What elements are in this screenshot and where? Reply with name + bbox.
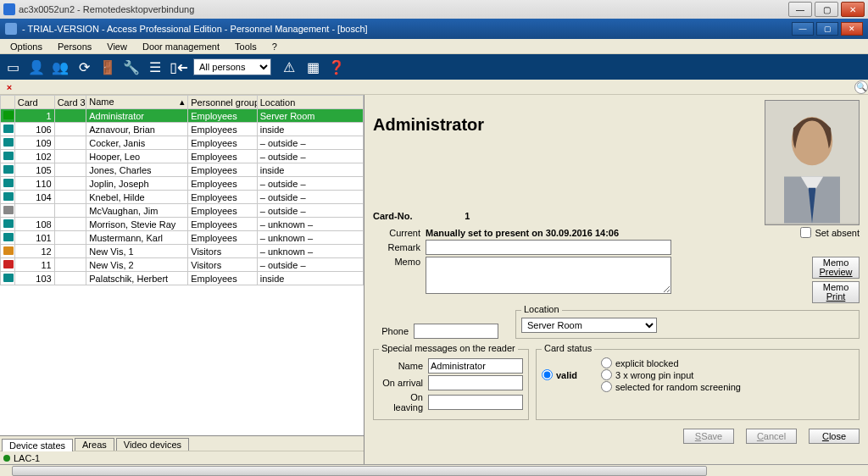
rdp-maximize-button[interactable] — [815, 2, 838, 17]
table-row[interactable]: 108Morrison, Stevie RayEmployees– unknow… — [1, 218, 364, 231]
set-absent-text: Set absent — [815, 228, 860, 238]
menu-persons[interactable]: Persons — [51, 41, 98, 53]
add-person-icon[interactable]: 👤 — [27, 58, 46, 76]
table-row[interactable]: 104Knebel, HildeEmployees– outside – — [1, 191, 364, 204]
status-ok-icon — [3, 455, 10, 462]
grid-icon[interactable]: ▦ — [303, 58, 322, 76]
reader-name-input[interactable] — [428, 358, 523, 374]
col-name-header[interactable]: Name ▴ — [86, 96, 188, 109]
table-row[interactable]: 110Joplin, JosephEmployees– outside – — [1, 177, 364, 191]
database-icon[interactable]: ☰ — [146, 58, 164, 76]
search-icon[interactable]: 🔍 — [854, 80, 868, 94]
tab-areas[interactable]: Areas — [75, 438, 114, 451]
remark-label: Remark — [373, 242, 426, 252]
menu-options[interactable]: Options — [3, 41, 49, 53]
filter-dropdown[interactable]: All persons — [193, 58, 271, 75]
status-3wrong-radio[interactable]: 3 x wrong pin input — [601, 369, 741, 380]
person-table[interactable]: Card Card 3 Name ▴ Personnel group Locat… — [0, 95, 364, 285]
toolbar: ▭ 👤 👥 ⟳ 🚪 🔧 ☰ ➜▯ All persons ⚠ ▦ ❓ — [0, 54, 868, 80]
status-text: LAC-1 — [14, 453, 40, 463]
table-row[interactable]: 101Mustermann, KarlEmployees– unknown – — [1, 231, 364, 245]
menu-view[interactable]: View — [100, 41, 134, 53]
phone-input[interactable] — [414, 324, 498, 339]
person-list-panel: Card Card 3 Name ▴ Personnel group Locat… — [0, 95, 364, 464]
memo-print-button[interactable]: MemoPrint — [812, 281, 860, 303]
table-row[interactable]: 106Aznavour, BrianEmployeesinside — [1, 123, 364, 136]
row-marker-icon — [3, 125, 14, 133]
app-icon — [5, 23, 17, 35]
location-legend: Location — [521, 304, 562, 314]
col-marker-header[interactable] — [1, 96, 15, 109]
set-absent-input[interactable] — [800, 227, 811, 238]
row-marker-icon — [3, 274, 14, 282]
row-marker-icon — [3, 219, 14, 228]
person-photo[interactable] — [765, 100, 860, 225]
cardno-label: Card-No. — [373, 211, 412, 221]
table-row[interactable]: 102Hooper, LeoEmployees– outside – — [1, 150, 364, 163]
app-close-button[interactable] — [841, 22, 863, 36]
rdp-titlebar: ac3x0052un2 - Remotedesktopverbindung — [0, 0, 868, 19]
tab-video[interactable]: Video devices — [116, 438, 189, 451]
close-tab-icon[interactable]: × — [3, 82, 15, 92]
reader-name-label: Name — [379, 361, 428, 371]
close-button[interactable]: CloseClose — [809, 429, 860, 444]
remark-input[interactable] — [426, 240, 671, 255]
col-card3-header[interactable]: Card 3 — [54, 96, 86, 109]
door-icon[interactable]: 🚪 — [98, 58, 117, 76]
set-absent-checkbox[interactable]: Set absent — [800, 227, 860, 238]
col-loc-header[interactable]: Location — [257, 96, 363, 109]
row-marker-icon — [3, 192, 14, 201]
row-marker-icon — [3, 152, 14, 160]
location-select[interactable]: Server Room — [521, 318, 657, 333]
detail-name: Administrator — [373, 115, 484, 135]
save-button[interactable]: SSaveSave — [683, 429, 734, 444]
table-row[interactable]: 103Palatschik, HerbertEmployeesinside — [1, 272, 364, 285]
table-row[interactable]: 11New Vis, 2Visitors– outside – — [1, 258, 364, 272]
rdp-minimize-button[interactable] — [788, 2, 812, 17]
refresh-icon[interactable]: ⟳ — [75, 58, 93, 76]
app-minimize-button[interactable] — [792, 22, 814, 36]
table-row[interactable]: 109Cocker, JanisEmployees– outside – — [1, 136, 364, 150]
current-label: Current — [373, 228, 426, 238]
col-group-header[interactable]: Personnel group — [188, 96, 257, 109]
rdp-close-button[interactable] — [841, 2, 865, 17]
table-row[interactable]: 1AdministratorEmployeesServer Room — [1, 109, 364, 123]
memo-preview-button[interactable]: MemoPreview — [812, 257, 860, 279]
memo-label: Memo — [373, 257, 426, 267]
menu-door[interactable]: Door management — [136, 41, 226, 53]
cardno-value: 1 — [436, 211, 470, 221]
col-card-header[interactable]: Card — [14, 96, 54, 109]
menu-tools[interactable]: Tools — [228, 41, 264, 53]
status-valid-radio[interactable]: valid — [542, 357, 601, 392]
row-marker-icon — [3, 138, 14, 147]
memo-input[interactable] — [426, 257, 671, 294]
on-leaving-label: On leaving — [379, 392, 428, 412]
on-arrival-input[interactable] — [428, 375, 523, 390]
horizontal-scrollbar[interactable] — [0, 464, 868, 476]
menu-help[interactable]: ? — [265, 41, 284, 53]
card-icon[interactable]: ▭ — [3, 58, 22, 76]
row-marker-icon — [3, 165, 14, 174]
status-screening-radio[interactable]: selected for random screening — [601, 381, 741, 392]
scroll-thumb[interactable] — [12, 466, 707, 476]
row-marker-icon — [3, 246, 14, 255]
table-row[interactable]: 12New Vis, 1Visitors– unknown – — [1, 245, 364, 258]
arrow-enter-icon[interactable]: ➜▯ — [170, 58, 188, 76]
on-leaving-input[interactable] — [428, 395, 523, 410]
sort-asc-icon: ▴ — [180, 97, 185, 108]
table-row[interactable]: 105Jones, CharlesEmployeesinside — [1, 163, 364, 177]
status-bar: LAC-1 — [0, 451, 364, 464]
bottom-tabs: Device states Areas Video devices — [0, 435, 364, 451]
warning-icon[interactable]: ⚠ — [280, 58, 298, 76]
cancel-button[interactable]: CancelCancel — [746, 429, 797, 444]
link-person-icon[interactable]: 👥 — [51, 58, 70, 76]
table-row[interactable]: McVaughan, JimEmployees– outside – — [1, 204, 364, 218]
help-icon[interactable]: ❓ — [327, 58, 346, 76]
phone-label: Phone — [373, 326, 414, 336]
wrench-icon[interactable]: 🔧 — [122, 58, 141, 76]
app-maximize-button[interactable] — [816, 22, 838, 36]
reader-legend: Special messages on the reader — [379, 343, 518, 353]
tab-device-states[interactable]: Device states — [2, 439, 73, 451]
rdp-title-text: ac3x0052un2 - Remotedesktopverbindung — [19, 4, 194, 14]
status-blocked-radio[interactable]: explicit blocked — [601, 357, 741, 368]
